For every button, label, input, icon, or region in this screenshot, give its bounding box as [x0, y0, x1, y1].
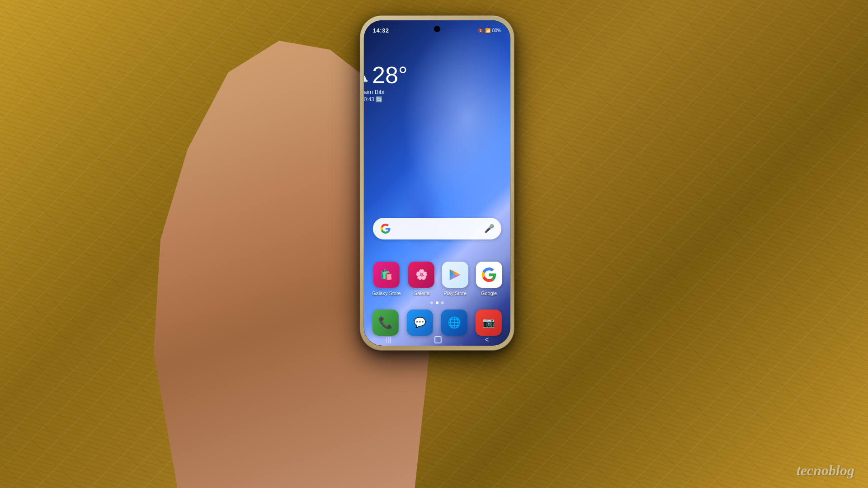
play-store-svg	[448, 267, 462, 282]
galeria-label: Galeria	[414, 291, 429, 296]
nav-recent-button[interactable]: |||	[385, 336, 392, 343]
phone-container: 14:32 🔇 📶 80% ⛅ 28° 📍 Itaim Bi	[360, 16, 514, 350]
galaxy-store-icon[interactable]: 🛍️	[373, 262, 400, 288]
mic-icon[interactable]: 🎤	[484, 224, 494, 234]
google-label: Google	[481, 291, 497, 296]
dock-phone-icon[interactable]: 📞	[373, 310, 399, 336]
weather-icon: ⛅	[364, 69, 368, 85]
search-bar[interactable]: 🎤	[373, 218, 501, 239]
app-item-play-store[interactable]: Play Store	[442, 262, 468, 296]
dock: 📞 💬 🌐 📷	[368, 310, 506, 336]
weather-widget: ⛅ 28° 📍 Itaim Bibi 7/1 10:43 🔄	[364, 63, 408, 103]
app-item-galeria[interactable]: 🌸 Galeria	[408, 262, 434, 296]
battery-percentage: 80%	[492, 28, 501, 33]
status-time: 14:32	[373, 27, 389, 34]
galaxy-store-label: Galaxy Store	[372, 291, 401, 296]
app-grid: 🛍️ Galaxy Store 🌸 Galeria	[368, 262, 506, 296]
nav-back-button[interactable]: <	[485, 336, 489, 344]
play-store-icon[interactable]	[442, 262, 468, 288]
galeria-icon[interactable]: 🌸	[408, 262, 434, 288]
page-dot-1	[430, 301, 433, 304]
page-dot-2	[436, 301, 439, 304]
nav-bar: ||| <	[364, 335, 510, 345]
app-item-google[interactable]: Google	[476, 262, 502, 296]
dock-camera-icon[interactable]: 📷	[476, 310, 502, 336]
weather-temperature: 28°	[372, 63, 408, 87]
signal-icon: 📶	[485, 28, 491, 33]
weather-location: 📍 Itaim Bibi	[364, 89, 408, 95]
app-item-galaxy-store[interactable]: 🛍️ Galaxy Store	[372, 262, 401, 296]
volume-icon: 🔇	[478, 28, 483, 33]
status-icons: 🔇 📶 80%	[478, 28, 501, 33]
weather-date: 7/1 10:43 🔄	[364, 96, 408, 103]
nav-home-button[interactable]	[434, 336, 442, 343]
google-icon[interactable]	[476, 262, 502, 288]
dock-messages-icon[interactable]: 💬	[407, 310, 433, 336]
google-svg	[481, 267, 496, 282]
page-dot-3	[441, 301, 444, 304]
watermark: tecnoblog	[797, 462, 854, 479]
screen-content: 14:32 🔇 📶 80% ⛅ 28° 📍 Itaim Bi	[364, 20, 510, 346]
google-logo	[380, 223, 391, 234]
page-dots	[364, 301, 510, 304]
dock-internet-icon[interactable]: 🌐	[441, 310, 467, 336]
camera-notch	[434, 26, 440, 32]
play-store-label: Play Store	[444, 291, 467, 296]
phone-frame: 14:32 🔇 📶 80% ⛅ 28° 📍 Itaim Bi	[360, 16, 514, 350]
phone-screen: 14:32 🔇 📶 80% ⛅ 28° 📍 Itaim Bi	[364, 20, 510, 346]
